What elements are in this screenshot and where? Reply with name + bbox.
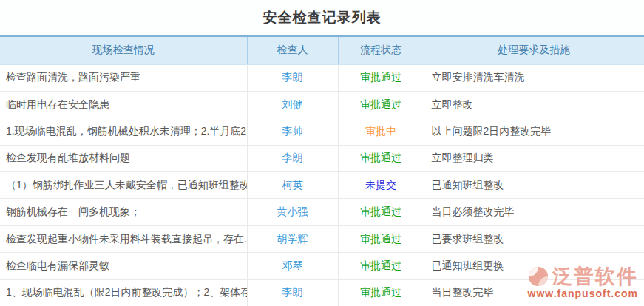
column-header-situation: 现场检查情况 [0, 36, 247, 64]
measure-cell: 立即安排清洗车清洗 [424, 64, 644, 91]
status-cell: 审批中 [338, 118, 424, 145]
table-row[interactable]: 检查发现有乱堆放材料问题 李朗 审批通过 立即整理归类 [0, 145, 644, 171]
status-label[interactable]: 审批通过 [360, 233, 401, 245]
status-cell: 审批通过 [338, 253, 424, 279]
status-cell: 审批通过 [338, 199, 424, 225]
situation-cell: 1、现场临电混乱（限2日内前整改完成）；2、架体存... [0, 279, 247, 306]
measure-cell: 以上问题限2日内整改完毕 [424, 118, 644, 145]
status-label[interactable]: 审批通过 [360, 71, 401, 83]
column-header-inspector: 检查人 [247, 36, 338, 64]
inspector-link[interactable]: 李朗 [282, 152, 303, 163]
situation-cell: 检查路面清洗，路面污染严重 [0, 64, 247, 91]
inspector-cell: 邓琴 [247, 253, 338, 279]
inspector-link[interactable]: 李朗 [282, 286, 303, 298]
status-label[interactable]: 审批通过 [360, 152, 401, 163]
inspector-cell: 刘健 [247, 91, 338, 118]
status-label[interactable]: 未提交 [365, 179, 396, 191]
inspector-link[interactable]: 李帅 [282, 125, 303, 137]
situation-cell: 1.现场临电混乱，钢筋机械处积水未清理；2.半月底2... [0, 118, 247, 145]
table-body: 检查路面清洗，路面污染严重 李朗 审批通过 立即安排清洗车清洗 临时用电存在安全… [0, 64, 644, 306]
table-row[interactable]: 1.现场临电混乱，钢筋机械处积水未清理；2.半月底2... 李帅 审批中 以上问… [0, 118, 644, 145]
measure-cell: 已要求班组整改 [424, 225, 644, 252]
page-title: 安全检查记录列表 [263, 8, 382, 27]
table-row[interactable]: 临时用电存在安全隐患 刘健 审批通过 立即整改 [0, 91, 644, 118]
situation-cell: 检查发现有乱堆放材料问题 [0, 145, 247, 171]
status-label[interactable]: 审批中 [365, 125, 396, 137]
table-row[interactable]: 1、现场临电混乱（限2日内前整改完成）；2、架体存... 李朗 审批通过 当日整… [0, 279, 644, 306]
measure-cell: 已通知班组更换 [424, 253, 644, 279]
safety-inspection-page: 安全检查记录列表 现场检查情况 检查人 流程状态 处理要求及措施 检查路面清洗，… [0, 0, 644, 306]
inspector-cell: 李朗 [247, 64, 338, 91]
inspector-cell: 李帅 [247, 118, 338, 145]
status-label[interactable]: 审批通过 [360, 98, 401, 110]
table-row[interactable]: 检查路面清洗，路面污染严重 李朗 审批通过 立即安排清洗车清洗 [0, 64, 644, 91]
table-row[interactable]: 检查临电有漏保部灵敏 邓琴 审批通过 已通知班组更换 [0, 253, 644, 279]
title-bar: 安全检查记录列表 [0, 0, 644, 35]
measure-cell: 立即整改 [424, 91, 644, 118]
column-header-measure: 处理要求及措施 [424, 36, 644, 64]
inspector-link[interactable]: 黄小强 [277, 205, 308, 217]
inspector-cell: 李朗 [247, 145, 338, 171]
measure-cell: 当日整改完毕 [424, 279, 644, 306]
inspector-cell: 柯英 [247, 172, 338, 199]
status-cell: 审批通过 [338, 91, 424, 118]
inspector-link[interactable]: 邓琴 [282, 259, 303, 271]
inspector-link[interactable]: 柯英 [282, 179, 303, 191]
status-label[interactable]: 审批通过 [360, 205, 401, 217]
situation-cell: 检查发现起重小物件未采用料斗装载直接起吊，存在... [0, 225, 247, 252]
measure-cell: 当日必须整改完毕 [424, 199, 644, 225]
status-label[interactable]: 审批通过 [360, 259, 401, 271]
situation-cell: 钢筋机械存在一闸多机现象； [0, 199, 247, 225]
inspector-cell: 黄小强 [247, 199, 338, 225]
inspector-link[interactable]: 李朗 [282, 71, 303, 83]
status-cell: 未提交 [338, 172, 424, 199]
situation-cell: 临时用电存在安全隐患 [0, 91, 247, 118]
situation-cell: （1）钢筋绑扎作业三人未戴安全帽，已通知班组整改... [0, 172, 247, 199]
inspector-link[interactable]: 刘健 [282, 98, 303, 110]
column-header-status: 流程状态 [338, 36, 424, 64]
table-row[interactable]: （1）钢筋绑扎作业三人未戴安全帽，已通知班组整改... 柯英 未提交 已通知班组… [0, 172, 644, 199]
measure-cell: 已通知班组整改 [424, 172, 644, 199]
status-label[interactable]: 审批通过 [360, 286, 401, 298]
inspection-record-table: 现场检查情况 检查人 流程状态 处理要求及措施 检查路面清洗，路面污染严重 李朗… [0, 35, 644, 306]
situation-cell: 检查临电有漏保部灵敏 [0, 253, 247, 279]
inspector-cell: 李朗 [247, 279, 338, 306]
status-cell: 审批通过 [338, 225, 424, 252]
table-row[interactable]: 钢筋机械存在一闸多机现象； 黄小强 审批通过 当日必须整改完毕 [0, 199, 644, 225]
inspector-cell: 胡学辉 [247, 225, 338, 252]
table-row[interactable]: 检查发现起重小物件未采用料斗装载直接起吊，存在... 胡学辉 审批通过 已要求班… [0, 225, 644, 252]
status-cell: 审批通过 [338, 145, 424, 171]
status-cell: 审批通过 [338, 64, 424, 91]
inspector-link[interactable]: 胡学辉 [277, 233, 308, 245]
status-cell: 审批通过 [338, 279, 424, 306]
measure-cell: 立即整理归类 [424, 145, 644, 171]
table-header: 现场检查情况 检查人 流程状态 处理要求及措施 [0, 36, 644, 64]
